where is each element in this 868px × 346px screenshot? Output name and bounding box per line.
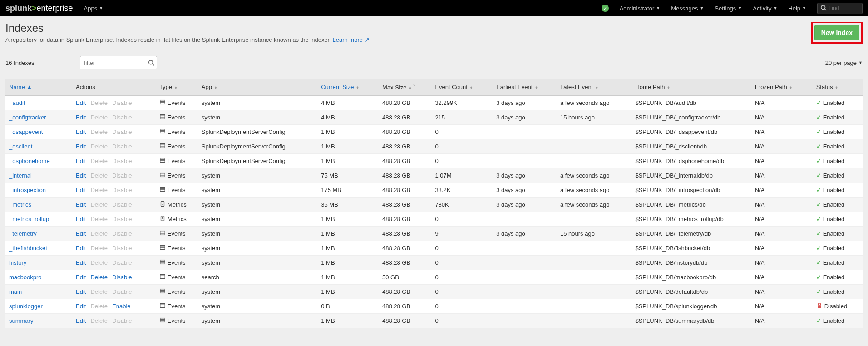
col-app[interactable]: App ♦	[198, 79, 317, 96]
logo-gt: >	[32, 4, 37, 13]
index-name-link[interactable]: _telemetry	[9, 230, 37, 237]
svg-line-3	[152, 64, 154, 66]
find-box[interactable]	[817, 3, 863, 14]
search-icon[interactable]	[144, 56, 158, 69]
status-ok-icon[interactable]: ✓	[602, 5, 609, 12]
edit-action[interactable]: Edit	[76, 230, 86, 237]
index-name-link[interactable]: _dsappevent	[9, 129, 43, 135]
edit-action[interactable]: Edit	[76, 99, 86, 106]
index-name-link[interactable]: _configtracker	[9, 114, 46, 121]
index-name-link[interactable]: summary	[9, 317, 33, 324]
edit-action[interactable]: Edit	[76, 172, 86, 179]
index-name-link[interactable]: _introspection	[9, 187, 46, 193]
col-latest[interactable]: Latest Event ♦	[557, 79, 631, 96]
col-type[interactable]: Type ♦	[156, 79, 198, 96]
help-icon[interactable]: ?	[413, 83, 416, 88]
index-name-link[interactable]: _audit	[9, 99, 25, 106]
learn-more-link[interactable]: Learn more ↗	[332, 36, 369, 43]
edit-action[interactable]: Edit	[76, 187, 86, 193]
index-name-link[interactable]: _internal	[9, 172, 32, 179]
toggle-action: Disable	[112, 129, 132, 135]
index-name-link[interactable]: _dsclient	[9, 143, 32, 150]
new-index-button[interactable]: New Index	[814, 25, 859, 40]
app-cell: system	[198, 96, 317, 110]
find-input[interactable]	[829, 5, 860, 11]
messages-label: Messages	[671, 5, 698, 12]
col-name[interactable]: Name ▲	[5, 79, 72, 96]
toggle-action: Disable	[112, 259, 132, 266]
messages-menu[interactable]: Messages▼	[671, 5, 704, 12]
help-menu[interactable]: Help▼	[788, 5, 806, 12]
table-row: _telemetryEditDeleteDisable Eventssystem…	[5, 227, 863, 241]
edit-action[interactable]: Edit	[76, 129, 86, 135]
edit-action[interactable]: Edit	[76, 259, 86, 266]
col-home-path[interactable]: Home Path ♦	[631, 79, 751, 96]
index-name-link[interactable]: macbookpro	[9, 274, 42, 281]
latest-cell	[557, 139, 631, 154]
index-name-link[interactable]: _metrics	[9, 201, 31, 208]
check-icon: ✓	[816, 129, 821, 135]
max-size-cell: 488.28 GB	[379, 168, 431, 183]
edit-action[interactable]: Edit	[76, 114, 86, 121]
edit-action[interactable]: Edit	[76, 317, 86, 324]
max-size-cell: 488.28 GB	[379, 183, 431, 198]
max-size-cell: 488.28 GB	[379, 241, 431, 256]
logo-suffix: enterprise	[37, 4, 73, 13]
chevron-down-icon: ▼	[738, 6, 742, 10]
index-name-link[interactable]: _metrics_rollup	[9, 216, 49, 222]
index-name-link[interactable]: main	[9, 288, 22, 295]
event-count-cell: 0	[431, 241, 493, 256]
index-name-link[interactable]: splunklogger	[9, 303, 43, 310]
admin-menu[interactable]: Administrator▼	[620, 5, 661, 12]
per-page-select[interactable]: 20 per page ▼	[825, 59, 863, 66]
edit-action[interactable]: Edit	[76, 216, 86, 222]
frozen-path-cell: N/A	[751, 212, 813, 227]
edit-action[interactable]: Edit	[76, 274, 86, 281]
chevron-down-icon: ▼	[700, 6, 704, 10]
index-name-link[interactable]: _dsphonehome	[9, 158, 50, 164]
status-cell: ✓ Enabled	[816, 172, 845, 179]
edit-action[interactable]: Edit	[76, 303, 86, 310]
index-name-link[interactable]: history	[9, 259, 26, 266]
col-status[interactable]: Status ♦	[813, 79, 863, 96]
activity-menu[interactable]: Activity▼	[753, 5, 777, 12]
metrics-icon	[159, 201, 166, 208]
edit-action[interactable]: Edit	[76, 245, 86, 252]
edit-action[interactable]: Edit	[76, 158, 86, 164]
type-cell: Events	[159, 172, 186, 179]
col-earliest[interactable]: Earliest Event ♦	[493, 79, 557, 96]
home-path-cell: $SPLUNK_DB/_dsphonehome/db	[631, 154, 751, 168]
apps-menu[interactable]: Apps ▼	[84, 5, 104, 12]
type-cell: Events	[159, 288, 186, 296]
learn-more-text: Learn more	[332, 36, 362, 43]
type-cell: Metrics	[159, 201, 187, 208]
edit-action[interactable]: Edit	[76, 143, 86, 150]
settings-menu[interactable]: Settings▼	[715, 5, 742, 12]
latest-cell: a few seconds ago	[557, 96, 631, 110]
earliest-cell	[493, 256, 557, 270]
activity-label: Activity	[753, 5, 771, 12]
filter-input[interactable]	[80, 57, 144, 69]
col-maxsize-label: Max Size	[382, 84, 406, 91]
svg-rect-19	[160, 173, 165, 177]
frozen-path-cell: N/A	[751, 125, 813, 139]
index-name-link[interactable]: _thefishbucket	[9, 245, 47, 252]
edit-action[interactable]: Edit	[76, 201, 86, 208]
col-frozen-path[interactable]: Frozen Path ♦	[751, 79, 813, 96]
current-size-cell: 75 MB	[317, 168, 379, 183]
max-size-cell: 50 GB	[379, 270, 431, 285]
edit-action[interactable]: Edit	[76, 288, 86, 295]
col-event-count[interactable]: Event Count ♦	[431, 79, 493, 96]
col-max-size[interactable]: Max Size ♦ ?	[379, 79, 431, 96]
toggle-action[interactable]: Disable	[112, 274, 132, 281]
logo[interactable]: splunk>enterprise	[5, 4, 73, 13]
status-cell: ✓ Enabled	[816, 274, 845, 281]
index-count: 16 Indexes	[5, 59, 35, 66]
table-row: mainEditDeleteDisable Eventssystem1 MB48…	[5, 285, 863, 299]
col-current-size[interactable]: Current Size ♦	[317, 79, 379, 96]
delete-action[interactable]: Delete	[90, 274, 108, 281]
toggle-action[interactable]: Enable	[112, 303, 130, 310]
sort-icon: ♦	[535, 85, 538, 90]
type-cell: Metrics	[159, 215, 187, 223]
toolbar: 16 Indexes 20 per page ▼	[5, 56, 863, 69]
